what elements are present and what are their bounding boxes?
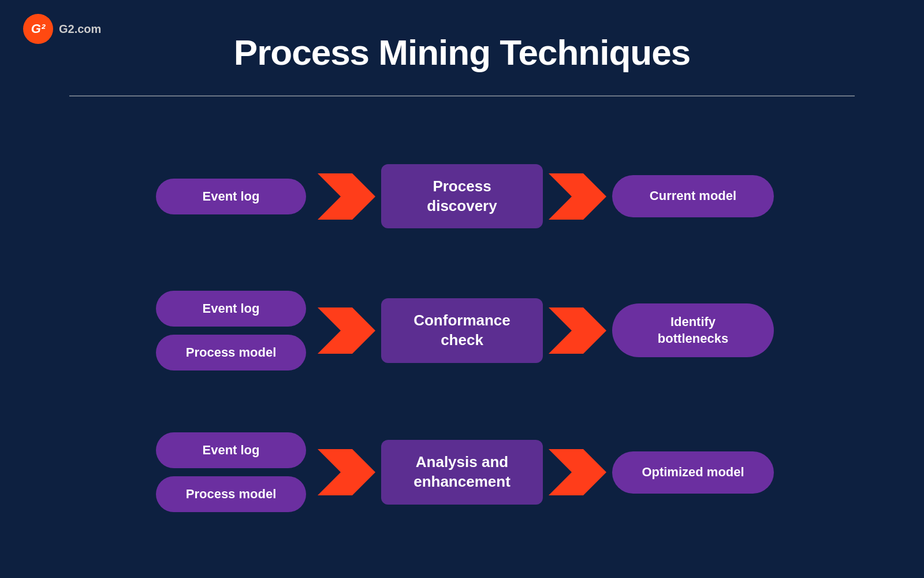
center-box-row3: Analysis andenhancement [381, 440, 543, 505]
chevron-arrow-3a [318, 449, 375, 495]
chevron-arrow-3b [549, 449, 606, 495]
center-box-row1: Processdiscovery [381, 164, 543, 229]
title-underline [69, 95, 855, 97]
input-group-row3: Event log Process model [150, 432, 312, 512]
pill-process-model-3: Process model [156, 476, 306, 512]
svg-marker-4 [318, 449, 375, 495]
chevron-arrow-2b [549, 307, 606, 354]
rows-container: Event log Processdiscovery Current model… [0, 121, 924, 555]
output-pill-row1: Current model [612, 175, 774, 217]
svg-marker-2 [318, 307, 375, 354]
pill-process-model-2: Process model [156, 335, 306, 370]
chevron-arrow-1b [549, 173, 606, 220]
pill-event-log-1: Event log [156, 179, 306, 214]
chevron-arrow-2a [318, 307, 375, 354]
svg-marker-3 [549, 307, 606, 354]
flow-row-1: Event log Processdiscovery Current model [46, 164, 878, 229]
svg-marker-5 [549, 449, 606, 495]
svg-marker-0 [318, 173, 375, 220]
flow-row-3: Event log Process model Analysis andenha… [46, 432, 878, 512]
flow-row-2: Event log Process model Conformancecheck… [46, 291, 878, 370]
chevron-arrow-1a [318, 173, 375, 220]
center-box-row2: Conformancecheck [381, 298, 543, 363]
output-pill-row3: Optimized model [612, 451, 774, 494]
pill-event-log-2: Event log [156, 291, 306, 327]
pill-event-log-3: Event log [156, 432, 306, 468]
svg-marker-1 [549, 173, 606, 220]
input-group-row2: Event log Process model [150, 291, 312, 370]
output-pill-row2: Identifybottlenecks [612, 303, 774, 357]
page-title: Process Mining Techniques [0, 32, 924, 73]
input-group-row1: Event log [150, 179, 312, 214]
